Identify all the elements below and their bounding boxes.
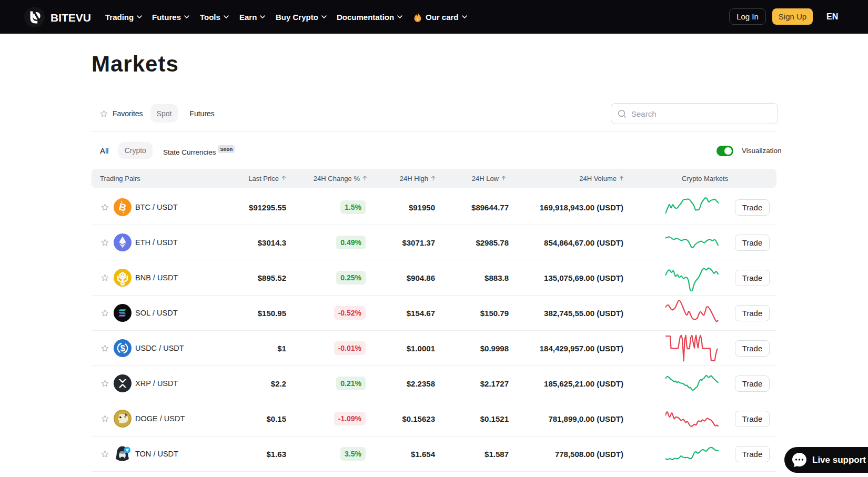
svg-text:$: $ bbox=[120, 344, 125, 353]
